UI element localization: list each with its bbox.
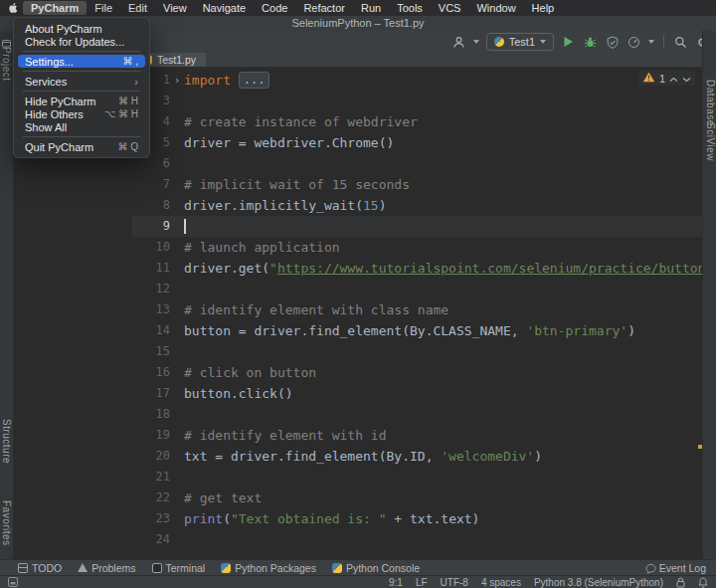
run-button[interactable]: [561, 34, 576, 50]
warning-icon: [642, 72, 655, 85]
menu-item-label: Hide Others: [25, 108, 96, 120]
profiler-button[interactable]: [626, 34, 641, 50]
code-line[interactable]: 14button = driver.find_element(By.CLASS_…: [132, 320, 703, 341]
search-everywhere-icon[interactable]: [673, 34, 688, 50]
fold-column: [170, 404, 184, 425]
account-icon[interactable]: [451, 34, 466, 50]
line-number: 8: [132, 195, 170, 216]
code-line[interactable]: 7# implicit wait of 15 seconds: [132, 174, 703, 195]
menubar-item-pycharm[interactable]: PyCharm: [23, 1, 87, 15]
menu-item-shortcut: ⌘ Q: [117, 141, 138, 152]
fold-column: [170, 488, 184, 508]
menu-item-hide-pycharm[interactable]: Hide PyCharm⌘ H: [18, 95, 145, 107]
code-line[interactable]: 18: [132, 404, 703, 425]
profiler-dropdown-caret[interactable]: [648, 40, 654, 44]
status-indent[interactable]: 4 spaces: [481, 577, 521, 588]
menu-separator: [23, 136, 140, 137]
menu-separator: [23, 51, 140, 52]
account-dropdown-caret[interactable]: [473, 40, 479, 44]
code-line[interactable]: 10# launch application: [132, 237, 703, 258]
menubar-item-edit[interactable]: Edit: [120, 1, 155, 15]
line-number: 16: [132, 362, 170, 383]
run-config-name: Test1: [509, 36, 535, 48]
menu-item-show-all[interactable]: Show All: [18, 120, 145, 133]
line-number: 9: [132, 216, 170, 237]
menubar-item-file[interactable]: File: [87, 1, 120, 15]
tool-stripe-project[interactable]: Project: [1, 47, 12, 82]
status-encoding[interactable]: UTF-8: [441, 577, 468, 588]
line-number: 15: [132, 341, 170, 362]
toolwindow-button-label: Python Packages: [235, 562, 316, 574]
toolwindow-switcher-icon[interactable]: [8, 577, 18, 587]
menubar-item-vcs[interactable]: VCS: [431, 1, 469, 15]
status-interpreter[interactable]: Python 3.8 (SeleniumPython): [534, 577, 663, 588]
menu-item-hide-others[interactable]: Hide Others⌥ ⌘ H: [18, 107, 145, 120]
code-line[interactable]: 24: [132, 529, 703, 550]
status-cursor-position[interactable]: 9:1: [389, 577, 403, 588]
terminal-icon: [152, 563, 162, 573]
code-line[interactable]: 19# identify element with id: [132, 425, 703, 446]
tool-stripe-favorites[interactable]: Favorites: [1, 500, 12, 546]
code-line[interactable]: 11driver.get("https://www.tutorialspoint…: [132, 258, 703, 279]
tool-stripe-sciview[interactable]: SciView: [705, 122, 716, 161]
toolwindow-button-event-log[interactable]: Event Log: [645, 562, 706, 574]
toolwindow-button-todo[interactable]: TODO: [18, 562, 62, 574]
menu-item-label: Show All: [25, 121, 138, 133]
code-line[interactable]: 4# create instance of webdriver: [132, 111, 703, 132]
debug-button[interactable]: [583, 34, 598, 50]
code-line[interactable]: 17button.click(): [132, 383, 703, 404]
menubar-item-refactor[interactable]: Refactor: [295, 1, 353, 15]
menu-item-label: About PyCharm: [25, 23, 138, 35]
code-line[interactable]: 16# click on button: [132, 362, 703, 383]
menubar-item-run[interactable]: Run: [353, 1, 389, 15]
code-line[interactable]: 15: [132, 341, 703, 362]
code-editor[interactable]: 1›import ...34# create instance of webdr…: [132, 68, 703, 559]
code-line[interactable]: 22# get text: [132, 488, 703, 508]
code-line[interactable]: 9: [132, 216, 703, 237]
run-with-coverage-button[interactable]: [605, 34, 620, 50]
run-config-selector[interactable]: Test1: [486, 33, 554, 51]
tool-stripe-structure[interactable]: Structure: [1, 419, 12, 464]
inspection-widget[interactable]: 1: [638, 71, 695, 86]
menu-item-check-for-updates[interactable]: Check for Updates...: [18, 35, 145, 48]
line-number: 20: [132, 446, 170, 467]
line-number: 11: [132, 258, 170, 279]
menubar-item-navigate[interactable]: Navigate: [195, 1, 254, 15]
readonly-lock-icon[interactable]: [676, 577, 685, 588]
menubar-item-code[interactable]: Code: [254, 1, 295, 15]
menubar-item-tools[interactable]: Tools: [389, 1, 431, 15]
menubar-item-view[interactable]: View: [155, 1, 195, 15]
toolwindow-button-python-packages[interactable]: Python Packages: [221, 562, 316, 574]
code-line[interactable]: 21: [132, 467, 703, 488]
fold-column: [170, 279, 184, 299]
code-line[interactable]: 12: [132, 279, 703, 299]
toolwindow-button-problems[interactable]: Problems: [78, 562, 135, 574]
toolwindow-button-terminal[interactable]: Terminal: [152, 562, 206, 574]
menu-item-services[interactable]: Services›: [18, 75, 145, 88]
menubar-item-window[interactable]: Window: [468, 1, 523, 15]
fold-column: [170, 132, 184, 153]
menubar-item-help[interactable]: Help: [524, 1, 563, 15]
code-line[interactable]: 23print("Text obtained is: " + txt.text): [132, 508, 703, 529]
menu-item-settings[interactable]: Settings...⌘ ,: [18, 55, 145, 68]
next-warning-icon[interactable]: [682, 73, 691, 85]
line-number: 14: [132, 320, 170, 341]
code-line[interactable]: 13# identify element with class name: [132, 299, 703, 320]
status-line-ending[interactable]: LF: [416, 577, 428, 588]
code-line[interactable]: 5driver = webdriver.Chrome(): [132, 132, 703, 153]
code-line[interactable]: 1›import ...: [132, 70, 703, 91]
fold-column: [170, 91, 184, 111]
tool-stripe-database[interactable]: Database: [705, 80, 716, 126]
menu-item-quit-pycharm[interactable]: Quit PyCharm⌘ Q: [18, 140, 145, 153]
fold-marker-icon[interactable]: ›: [170, 70, 184, 91]
prev-warning-icon[interactable]: [669, 73, 678, 85]
code-line[interactable]: 8driver.implicitly_wait(15): [132, 195, 703, 216]
code-line[interactable]: 3: [132, 91, 703, 111]
code-line[interactable]: 20txt = driver.find_element(By.ID, 'welc…: [132, 446, 703, 467]
toolwindow-button-python-console[interactable]: Python Console: [332, 562, 420, 574]
apple-menu-icon[interactable]: [8, 2, 19, 14]
notifications-bell-icon[interactable]: [698, 577, 708, 588]
warning-count: 1: [659, 73, 665, 85]
code-line[interactable]: 6: [132, 153, 703, 174]
menu-item-about-pycharm[interactable]: About PyCharm: [18, 22, 145, 35]
